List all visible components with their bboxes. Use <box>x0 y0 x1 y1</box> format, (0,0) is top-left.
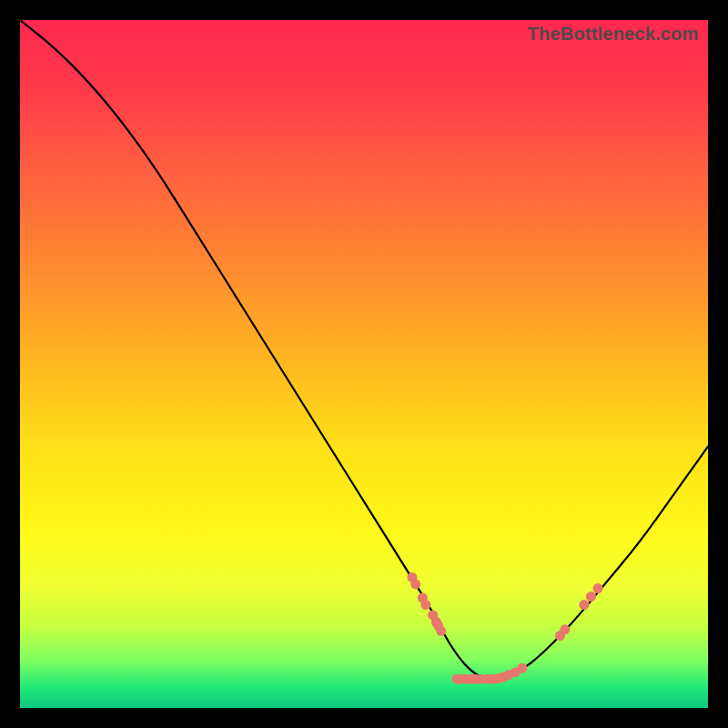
curve-layer <box>20 20 708 708</box>
data-marker <box>436 626 446 636</box>
marker-group <box>407 572 602 684</box>
data-marker <box>560 624 570 634</box>
bottleneck-curve <box>20 20 708 681</box>
data-marker <box>593 583 603 593</box>
data-marker <box>517 663 527 673</box>
chart-frame: TheBottleneck.com <box>0 0 728 728</box>
data-marker <box>586 592 596 602</box>
data-marker <box>421 600 431 610</box>
data-marker <box>579 600 589 610</box>
plot-area: TheBottleneck.com <box>20 20 708 708</box>
data-marker <box>410 579 420 589</box>
